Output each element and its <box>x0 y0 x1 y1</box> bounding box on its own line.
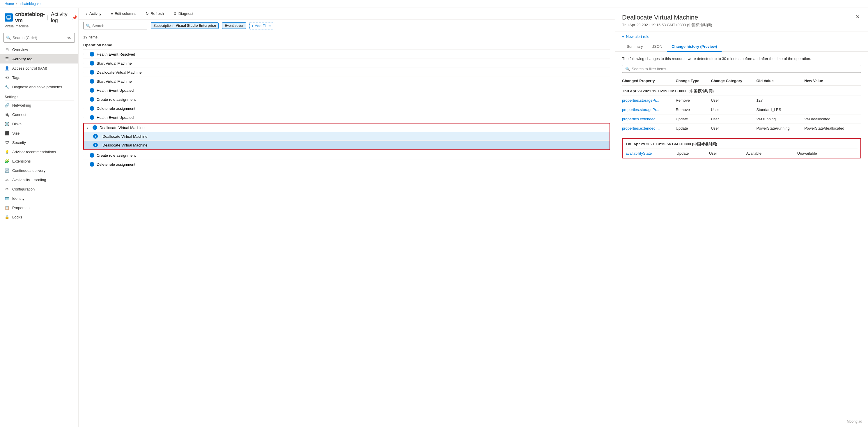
diagnose-button[interactable]: ⚙ Diagnost <box>171 10 196 17</box>
new-value-cell <box>804 105 861 114</box>
info-icon: i <box>93 134 98 139</box>
filter-search-box[interactable]: 🔍 ⋮ <box>83 22 147 29</box>
list-item[interactable]: › i Health Event Resolved <box>83 50 610 59</box>
expand-icon: › <box>83 89 87 92</box>
list-item[interactable]: › i Delete role assignment <box>83 104 610 113</box>
sidebar-item-tags-label: Tags <box>12 76 20 80</box>
refresh-button[interactable]: ↻ Refresh <box>143 10 166 17</box>
sidebar-item-identity[interactable]: 🪪 Identity <box>0 194 78 203</box>
sidebar-item-availability[interactable]: ⚖ Availability + scaling <box>0 175 78 184</box>
list-item[interactable]: › i Deallocate Virtual Machine <box>83 68 610 77</box>
sidebar-item-activity-log[interactable]: ☰ Activity log <box>0 54 78 63</box>
sidebar-item-locks[interactable]: 🔒 Locks <box>0 212 78 222</box>
sidebar-item-tags[interactable]: 🏷 Tags <box>0 73 78 82</box>
event-severity-filter-tag[interactable]: Event sever <box>222 22 246 29</box>
sidebar-item-extensions[interactable]: 🧩 Extensions <box>0 156 78 166</box>
detail-description: The following changes to this resource w… <box>622 57 861 61</box>
tags-icon: 🏷 <box>5 75 9 80</box>
property-link[interactable]: properties.storagePr... <box>622 108 659 112</box>
info-icon: i <box>90 115 94 120</box>
sidebar-item-diagnose[interactable]: 🔧 Diagnose and solve problems <box>0 82 78 91</box>
tab-summary[interactable]: Summary <box>622 42 648 52</box>
svg-rect-0 <box>7 16 11 19</box>
pin-icon[interactable]: 📌 <box>72 15 77 20</box>
sidebar-item-connect[interactable]: 🔌 Connect <box>0 110 78 119</box>
filter-items-box[interactable]: 🔍 <box>622 65 861 73</box>
list-item[interactable]: › i Create role assignment <box>83 95 610 104</box>
sidebar-item-diagnose-label: Diagnose and solve problems <box>12 85 62 89</box>
expand-icon: › <box>83 163 87 166</box>
detail-body: The following changes to this resource w… <box>615 52 868 427</box>
sidebar-item-advisor-label: Advisor recommendations <box>12 150 56 154</box>
list-item[interactable]: › i Delete role assignment <box>83 160 610 169</box>
subscription-filter-tag[interactable]: Subscription : Visual Studio Enterprise <box>151 22 219 29</box>
sidebar-item-identity-label: Identity <box>12 196 25 201</box>
refresh-icon: ↻ <box>146 11 149 16</box>
edit-columns-button[interactable]: ≡ Edit columns <box>108 10 138 17</box>
list-item-label: Health Event Resolved <box>97 52 135 57</box>
sidebar-item-overview[interactable]: ⊞ Overview <box>0 45 78 54</box>
activity-button[interactable]: ∨ Activity <box>83 10 104 17</box>
change-type-cell: Update <box>676 124 711 133</box>
change-category-cell: User <box>711 114 756 124</box>
chevron-down-icon: ∨ <box>86 12 88 15</box>
new-alert-rule-button[interactable]: + New alert rule <box>622 34 649 39</box>
detail-subtitle-text: Thu Apr 29 2021 19:15:53 GMT+0800 (中国标准时… <box>622 22 712 28</box>
add-filter-plus-icon: + <box>251 24 254 28</box>
event-severity-label: Event sever <box>225 24 243 28</box>
filter-search-input[interactable] <box>92 24 141 28</box>
collapse-icon[interactable]: ≪ <box>66 34 72 41</box>
sidebar-item-properties[interactable]: 📋 Properties <box>0 203 78 212</box>
tab-json[interactable]: JSON <box>648 42 667 52</box>
sidebar-item-size[interactable]: ⬛ Size <box>0 129 78 138</box>
list-item[interactable]: › i Health Event Updated <box>83 113 610 122</box>
sidebar-item-access-control[interactable]: 👤 Access control (IAM) <box>0 63 78 73</box>
sidebar-subtitle: Virtual machine <box>5 24 74 28</box>
sidebar-search-box[interactable]: 🔍 ≪ <box>3 33 75 42</box>
new-value-cell: Unavailable <box>797 149 858 158</box>
plus-icon: + <box>622 34 624 39</box>
sidebar-item-continuous-delivery[interactable]: 🔄 Continuous delivery <box>0 166 78 175</box>
sidebar-title-text: cnbateblog-vm <box>15 11 45 24</box>
breadcrumb-vm[interactable]: cnbateblog-vm <box>19 2 42 6</box>
filter-options-icon[interactable]: ⋮ <box>143 23 147 28</box>
breadcrumb-home[interactable]: Home <box>5 2 14 6</box>
info-icon: i <box>90 106 94 111</box>
sidebar-item-security[interactable]: 🛡 Security <box>0 138 78 147</box>
list-item[interactable]: › i Start Virtual Machine <box>83 77 610 86</box>
change-type-cell: Update <box>677 149 709 158</box>
sidebar-item-activity-log-label: Activity log <box>12 57 33 61</box>
list-item[interactable]: › i Create role assignment <box>83 151 610 160</box>
add-filter-button[interactable]: + Add Filter <box>249 22 273 29</box>
sidebar-item-security-label: Security <box>12 140 26 145</box>
availability-state-link[interactable]: availabilityState <box>625 151 652 155</box>
info-icon: i <box>90 162 94 167</box>
property-link[interactable]: properties.extended.... <box>622 126 659 131</box>
sidebar-item-advisor[interactable]: 💡 Advisor recommendations <box>0 147 78 156</box>
sidebar: cnbateblog-vm | Activity log 📌 ··· Virtu… <box>0 8 79 427</box>
sidebar-search-input[interactable] <box>12 35 64 40</box>
property-link[interactable]: properties.extended.... <box>622 117 659 121</box>
info-icon: i <box>90 88 94 93</box>
sidebar-item-networking[interactable]: 🔗 Networking <box>0 101 78 110</box>
tab-change-history[interactable]: Change history (Preview) <box>667 42 721 52</box>
list-item[interactable]: › i Start Virtual Machine <box>83 59 610 68</box>
info-icon: i <box>90 52 94 57</box>
info-icon: i <box>93 125 97 130</box>
watermark: Moonglad <box>847 420 862 424</box>
list-item-expanded[interactable]: ∨ i Deallocate Virtual Machine <box>84 123 610 132</box>
sidebar-item-networking-label: Networking <box>12 103 31 108</box>
old-value-cell: PowerState/running <box>756 124 804 133</box>
sidebar-item-configuration[interactable]: ⚙ Configuration <box>0 184 78 194</box>
change-category-cell: User <box>711 105 756 114</box>
vm-icon <box>5 13 13 22</box>
property-link[interactable]: properties.storagePr... <box>622 98 659 103</box>
sidebar-item-disks[interactable]: 💽 Disks <box>0 119 78 129</box>
expand-icon: ∨ <box>86 126 90 130</box>
list-item[interactable]: › i Health Event Updated <box>83 86 610 95</box>
filter-items-input[interactable] <box>632 67 858 71</box>
close-button[interactable]: ✕ <box>854 14 861 20</box>
list-item-child-active[interactable]: i Deallocate Virtual Machine <box>84 141 610 149</box>
expand-icon: › <box>83 70 87 74</box>
list-item-child[interactable]: i Deallocate Virtual Machine <box>84 132 610 141</box>
